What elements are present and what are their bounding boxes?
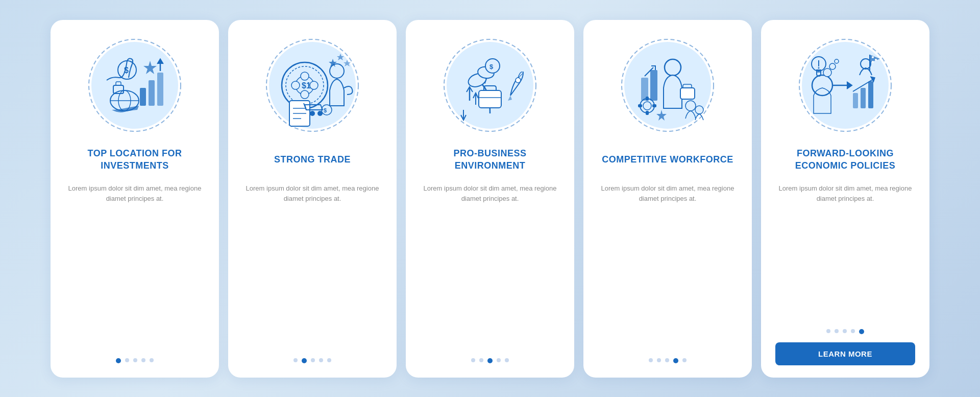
- card-4-text: Lorem ipsum dolor sit dim amet, mea regi…: [598, 183, 738, 349]
- dot-2-1: [293, 358, 298, 362]
- dot-4-5: [682, 358, 687, 362]
- dot-4-3: [665, 358, 669, 362]
- card-1-dots: [116, 358, 154, 363]
- svg-point-68: [829, 63, 836, 69]
- dot-3-4: [497, 358, 501, 362]
- svg-point-67: [823, 68, 831, 77]
- svg-rect-73: [868, 81, 873, 108]
- cards-container: $ TOP LOCATION FOR INVESTMENTS Lorem ips…: [30, 5, 950, 393]
- svg-rect-6: [149, 80, 155, 106]
- svg-rect-53: [650, 70, 657, 101]
- card-5-title: FORWARD-LOOKING ECONOMIC POLICIES: [775, 146, 915, 174]
- svg-text:$: $: [324, 107, 327, 113]
- card-economic-policies: FORWARD-LOOKING ECONOMIC POLICIES Lorem …: [761, 20, 929, 378]
- svg-point-77: [875, 59, 877, 61]
- dot-4-1: [649, 358, 653, 362]
- svg-text:$1: $1: [302, 81, 311, 90]
- card-2-dots: [293, 358, 331, 363]
- card-3-dots: [471, 358, 509, 363]
- card-1-illustration: $: [84, 34, 186, 136]
- dot-2-4: [319, 358, 323, 362]
- card-4-dots: [649, 358, 687, 363]
- svg-point-0: [91, 42, 178, 129]
- dot-4-2: [657, 358, 661, 362]
- dot-3-5: [505, 358, 509, 362]
- card-1-title: TOP LOCATION FOR INVESTMENTS: [65, 146, 205, 174]
- dot-2-5: [327, 358, 331, 362]
- dot-3-2: [479, 358, 483, 362]
- card-probusiness: $ PRO-BUSINESS ENVIRONMENT: [406, 20, 574, 378]
- card-investments: $ TOP LOCATION FOR INVESTMENTS Lorem ips…: [51, 20, 219, 378]
- svg-point-76: [872, 56, 874, 58]
- svg-rect-58: [646, 111, 649, 115]
- svg-rect-72: [861, 88, 866, 108]
- dot-4-4: [673, 358, 678, 363]
- card-3-text: Lorem ipsum dolor sit dim amet, mea regi…: [420, 183, 560, 349]
- svg-rect-42: [479, 90, 501, 108]
- svg-rect-57: [646, 97, 649, 101]
- svg-point-78: [872, 61, 874, 63]
- card-3-illustration: $: [439, 34, 541, 136]
- card-strong-trade: $1: [228, 20, 397, 378]
- card-2-text: Lorem ipsum dolor sit dim amet, mea regi…: [242, 183, 382, 349]
- card-5-text: Lorem ipsum dolor sit dim amet, mea regi…: [775, 183, 915, 320]
- dot-1-1: [116, 358, 121, 363]
- card-4-title: COMPETITIVE WORKFORCE: [602, 146, 733, 174]
- card-4-illustration: [617, 34, 719, 136]
- svg-rect-51: [680, 88, 695, 99]
- card-3-title: PRO-BUSINESS ENVIRONMENT: [420, 146, 560, 174]
- svg-point-20: [291, 81, 300, 89]
- dot-1-3: [133, 358, 137, 362]
- dot-5-3: [843, 329, 847, 333]
- svg-point-18: [301, 72, 309, 80]
- svg-point-44: [516, 78, 521, 83]
- svg-point-69: [835, 59, 839, 63]
- svg-point-31: [310, 111, 315, 116]
- svg-rect-7: [157, 73, 163, 106]
- card-5-dots: [826, 329, 864, 334]
- dot-5-2: [835, 329, 839, 333]
- card-2-title: STRONG TRADE: [274, 146, 351, 174]
- svg-rect-5: [140, 88, 146, 106]
- svg-point-21: [310, 81, 318, 89]
- dot-3-3: [487, 358, 493, 363]
- card-2-illustration: $1: [261, 34, 363, 136]
- learn-more-button[interactable]: LEARN MORE: [775, 342, 915, 365]
- svg-point-83: [818, 67, 820, 68]
- svg-rect-60: [652, 104, 656, 107]
- card-workforce: COMPETITIVE WORKFORCE Lorem ipsum dolor …: [583, 20, 752, 378]
- svg-point-19: [301, 90, 309, 99]
- dot-5-4: [851, 329, 855, 333]
- dot-2-2: [302, 358, 307, 363]
- dot-2-3: [311, 358, 315, 362]
- card-5-illustration: [794, 34, 896, 136]
- dot-1-4: [141, 358, 145, 362]
- dot-1-5: [150, 358, 154, 362]
- svg-rect-59: [638, 104, 642, 107]
- dot-5-5: [859, 329, 864, 334]
- dot-5-1: [826, 329, 830, 333]
- dot-1-2: [125, 358, 129, 362]
- card-1-text: Lorem ipsum dolor sit dim amet, mea regi…: [65, 183, 205, 349]
- svg-rect-71: [853, 93, 858, 108]
- dot-3-1: [471, 358, 475, 362]
- svg-text:$: $: [489, 63, 494, 71]
